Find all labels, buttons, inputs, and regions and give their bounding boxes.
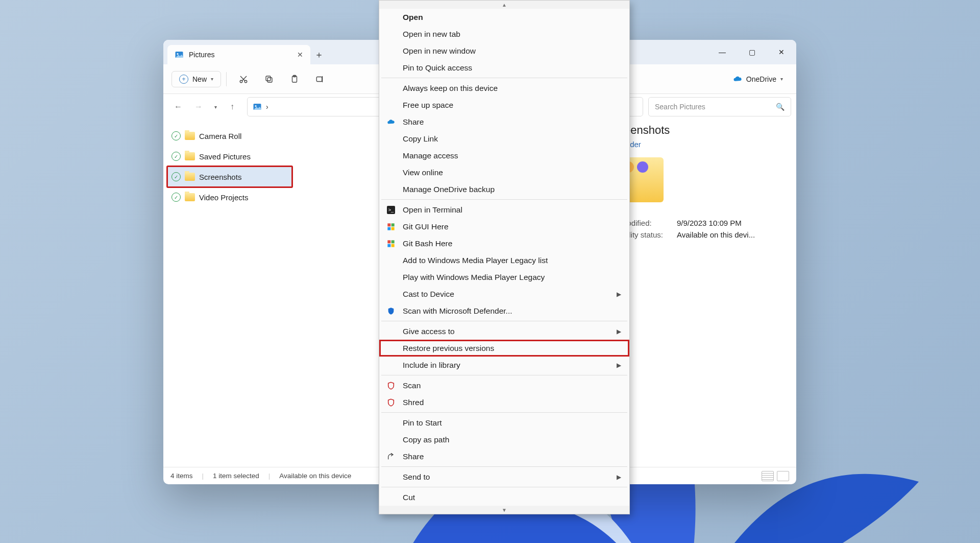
menu-item-open[interactable]: Open [379, 9, 629, 26]
cut-button[interactable] [232, 69, 255, 89]
minimize-button[interactable]: — [707, 40, 737, 64]
rename-button[interactable] [308, 69, 332, 89]
paste-button[interactable] [283, 69, 306, 89]
menu-item-play-with-windows-media-player-legacy[interactable]: Play with Windows Media Player Legacy [379, 269, 629, 286]
menu-item-manage-onedrive-backup[interactable]: Manage OneDrive backup [379, 181, 629, 198]
search-icon: 🔍 [776, 103, 785, 111]
menu-item-share[interactable]: Share [379, 113, 629, 130]
folder-icon [185, 193, 195, 201]
menu-item-cast-to-device[interactable]: Cast to Device▶ [379, 286, 629, 302]
tab-title: Pictures [189, 51, 215, 59]
menu-item-open-in-new-tab[interactable]: Open in new tab [379, 26, 629, 42]
menu-item-label: Scan with Microsoft Defender... [403, 306, 512, 316]
tree-item-label: Camera Roll [199, 132, 241, 140]
svg-rect-5 [266, 76, 271, 81]
cloud-icon [733, 76, 742, 83]
cloud-icon [386, 117, 396, 127]
menu-item-copy-as-path[interactable]: Copy as path [379, 431, 629, 448]
menu-item-label: View online [403, 168, 443, 177]
menu-item-label: Free up space [403, 101, 453, 110]
menu-item-scan[interactable]: Scan [379, 377, 629, 394]
git-icon [386, 222, 396, 231]
menu-separator [381, 321, 627, 321]
svg-rect-19 [387, 244, 390, 247]
details-view-button[interactable] [762, 471, 774, 481]
folder-tree: ✓ Camera Roll ✓ Saved Pictures ✓ Screens… [163, 120, 296, 467]
menu-item-label: Include in library [403, 361, 460, 370]
forward-button[interactable]: → [189, 97, 208, 116]
menu-item-open-in-new-window[interactable]: Open in new window [379, 42, 629, 59]
menu-item-share[interactable]: Share [379, 448, 629, 465]
menu-item-cut[interactable]: Cut [379, 489, 629, 506]
submenu-arrow-icon: ▶ [617, 362, 621, 369]
menu-item-view-online[interactable]: View online [379, 164, 629, 181]
icons-view-button[interactable] [777, 471, 789, 481]
svg-text:>_: >_ [388, 207, 394, 213]
breadcrumb-sep: › [266, 103, 268, 111]
menu-item-label: Manage access [403, 151, 458, 160]
menu-item-label: Copy Link [403, 134, 438, 144]
menu-item-open-in-terminal[interactable]: >_Open in Terminal [379, 201, 629, 218]
new-label: New [192, 75, 207, 83]
mcafee-icon [386, 381, 396, 390]
recent-dropdown[interactable]: ▾ [209, 97, 222, 116]
menu-item-shred[interactable]: Shred [379, 394, 629, 411]
status-selected: 1 item selected [213, 472, 259, 480]
menu-item-always-keep-on-this-device[interactable]: Always keep on this device [379, 80, 629, 97]
tree-item-label: Saved Pictures [199, 152, 251, 161]
meta-value-availability: Available on this devi... [677, 230, 755, 239]
search-box[interactable]: Search Pictures 🔍 [648, 97, 791, 116]
svg-point-1 [177, 53, 179, 55]
menu-item-git-gui-here[interactable]: Git GUI Here [379, 218, 629, 235]
menu-item-manage-access[interactable]: Manage access [379, 147, 629, 164]
menu-item-git-bash-here[interactable]: Git Bash Here [379, 235, 629, 252]
menu-separator [381, 412, 627, 413]
svg-point-10 [255, 105, 257, 107]
new-button[interactable]: + New ▾ [172, 71, 221, 87]
divider: | [202, 472, 204, 480]
svg-rect-8 [316, 77, 322, 81]
menu-item-send-to[interactable]: Send to▶ [379, 468, 629, 485]
menu-item-scan-with-microsoft-defender[interactable]: Scan with Microsoft Defender... [379, 302, 629, 319]
menu-item-pin-to-quick-access[interactable]: Pin to Quick access [379, 59, 629, 76]
menu-item-label: Restore previous versions [403, 344, 494, 353]
menu-item-label: Git Bash Here [403, 239, 452, 248]
onedrive-button[interactable]: OneDrive ▾ [728, 72, 788, 86]
close-button[interactable]: ✕ [767, 40, 796, 64]
copy-button[interactable] [257, 69, 281, 89]
tree-item-saved-pictures[interactable]: ✓ Saved Pictures [167, 146, 292, 167]
menu-item-add-to-windows-media-player-legacy-list[interactable]: Add to Windows Media Player Legacy list [379, 252, 629, 269]
up-button[interactable]: ↑ [223, 97, 242, 116]
sync-ok-icon: ✓ [172, 172, 181, 181]
maximize-button[interactable]: ▢ [737, 40, 767, 64]
svg-rect-13 [387, 223, 390, 226]
menu-item-pin-to-start[interactable]: Pin to Start [379, 414, 629, 431]
menu-item-include-in-library[interactable]: Include in library▶ [379, 357, 629, 373]
new-tab-button[interactable]: ＋ [310, 45, 328, 64]
tab-close-icon[interactable]: ✕ [297, 51, 303, 59]
tree-item-video-projects[interactable]: ✓ Video Projects [167, 187, 292, 207]
tree-item-camera-roll[interactable]: ✓ Camera Roll [167, 126, 292, 146]
tab-pictures[interactable]: Pictures ✕ [167, 45, 310, 64]
menu-separator [381, 199, 627, 200]
tree-item-screenshots[interactable]: ✓ Screenshots [167, 167, 292, 187]
search-placeholder: Search Pictures [655, 103, 705, 111]
back-button[interactable]: ← [168, 97, 188, 116]
menu-item-copy-link[interactable]: Copy Link [379, 130, 629, 147]
scroll-down-icon[interactable]: ▼ [379, 506, 629, 514]
menu-item-label: Open in Terminal [403, 205, 462, 215]
submenu-arrow-icon: ▶ [617, 474, 621, 481]
menu-item-label: Cut [403, 493, 415, 502]
context-menu: ▲ OpenOpen in new tabOpen in new windowP… [379, 0, 630, 514]
sync-ok-icon: ✓ [172, 193, 181, 202]
submenu-arrow-icon: ▶ [617, 328, 621, 335]
menu-item-label: Play with Windows Media Player Legacy [403, 273, 545, 282]
menu-item-free-up-space[interactable]: Free up space [379, 97, 629, 113]
scroll-up-icon[interactable]: ▲ [379, 1, 629, 9]
menu-item-label: Manage OneDrive backup [403, 185, 495, 194]
menu-item-give-access-to[interactable]: Give access to▶ [379, 323, 629, 340]
sync-ok-icon: ✓ [172, 131, 181, 140]
shield-icon [386, 306, 396, 316]
menu-item-restore-previous-versions[interactable]: Restore previous versions [379, 340, 629, 357]
menu-item-label: Share [403, 452, 424, 461]
